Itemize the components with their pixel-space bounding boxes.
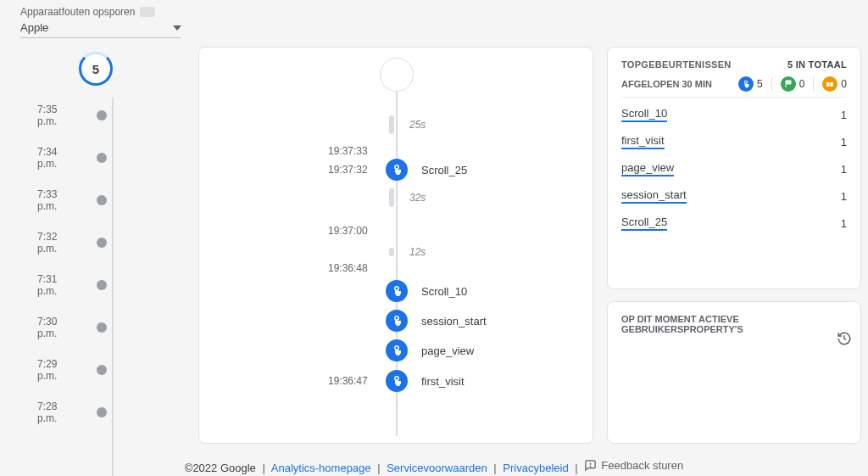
minute-dot-icon xyxy=(97,110,107,120)
touch-event-icon xyxy=(386,310,408,332)
user-properties-card: OP DIT MOMENT ACTIEVE GEBRUIKERSPROPERTY… xyxy=(607,301,861,444)
user-properties-title: OP DIT MOMENT ACTIEVE GEBRUIKERSPROPERTY… xyxy=(621,314,847,334)
touch-count: 5 xyxy=(757,78,763,90)
minute-label: 7:35 p.m. xyxy=(7,104,80,127)
minute-dot-icon xyxy=(97,407,107,417)
event-name: Scroll_25 xyxy=(421,164,467,176)
gap-row: 32s xyxy=(199,185,593,210)
event-time: 19:36:48 xyxy=(328,262,368,274)
active-users-bubble[interactable]: 5 xyxy=(79,52,113,86)
touch-event-icon xyxy=(386,159,408,181)
touch-icon xyxy=(738,76,754,92)
top-events-total: 5 IN TOTAAL xyxy=(787,59,847,70)
event-row[interactable]: page_view xyxy=(199,338,593,363)
top-event-item[interactable]: Scroll_251 xyxy=(621,210,847,237)
gift-icon xyxy=(822,76,837,92)
stream-head-circle xyxy=(380,58,414,92)
minute-row[interactable]: 7:32 p.m. xyxy=(7,221,185,264)
top-event-name: Scroll_10 xyxy=(621,107,667,122)
event-name: page_view xyxy=(421,344,474,357)
top-event-item[interactable]: session_start1 xyxy=(621,182,847,210)
footer-link-analytics[interactable]: Analytics-homepage xyxy=(271,462,371,474)
top-event-item[interactable]: Scroll_101 xyxy=(621,101,847,128)
copyright: ©2022 Google xyxy=(185,462,256,474)
feedback-link[interactable]: Feedback sturen xyxy=(584,459,683,472)
minute-label: 7:29 p.m. xyxy=(7,358,80,382)
history-icon[interactable] xyxy=(837,331,852,349)
gap-label: 32s xyxy=(409,192,426,204)
event-time: 19:37:00 xyxy=(328,225,368,237)
minute-label: 7:30 p.m. xyxy=(7,316,80,339)
minute-label: 7:33 p.m. xyxy=(7,188,80,212)
top-event-count: 1 xyxy=(841,217,847,230)
event-stream-card: 25s19:37:3319:37:32Scroll_2532s19:37:001… xyxy=(198,47,593,444)
minute-dot-icon xyxy=(97,365,107,375)
minute-dot-icon xyxy=(97,280,107,290)
footer-link-terms[interactable]: Servicevoorwaarden xyxy=(387,462,487,474)
top-event-name: Scroll_25 xyxy=(621,216,667,231)
svg-point-4 xyxy=(591,466,592,467)
footer-link-privacy[interactable]: Privacybeleid xyxy=(503,462,568,474)
top-event-count: 1 xyxy=(841,136,847,148)
touch-event-icon xyxy=(386,280,408,302)
top-event-name: page_view xyxy=(621,161,674,176)
minute-label: 7:28 p.m. xyxy=(7,400,80,424)
minute-row[interactable]: 7:30 p.m. xyxy=(7,306,185,349)
gap-label: 25s xyxy=(409,119,426,131)
top-event-item[interactable]: page_view1 xyxy=(621,155,847,182)
minute-row[interactable]: 7:34 p.m. xyxy=(7,137,185,179)
info-badge-icon xyxy=(140,7,155,17)
gift-count: 0 xyxy=(841,78,847,90)
gap-pill-icon xyxy=(389,115,394,134)
event-row[interactable]: 19:37:32Scroll_25 xyxy=(199,157,593,182)
touch-event-icon xyxy=(386,339,408,361)
event-row[interactable]: 19:36:47first_visit xyxy=(199,368,593,394)
minute-dot-icon xyxy=(97,153,107,163)
top-event-name: session_start xyxy=(621,188,687,204)
minute-dot-icon xyxy=(97,195,107,205)
flag-count: 0 xyxy=(799,78,805,90)
minute-label: 7:31 p.m. xyxy=(7,273,80,297)
touch-event-icon xyxy=(386,370,408,392)
minute-row[interactable]: 7:28 p.m. xyxy=(7,391,185,434)
event-name: Scroll_10 xyxy=(421,285,467,298)
device-select[interactable]: Apple xyxy=(20,21,181,38)
event-time: 19:37:33 xyxy=(328,145,368,157)
top-event-count: 1 xyxy=(841,190,847,203)
minute-row[interactable]: 7:31 p.m. xyxy=(7,264,185,306)
active-users-count: 5 xyxy=(92,62,99,76)
gap-row: 25s xyxy=(199,112,593,137)
time-row: 19:36:48 xyxy=(199,255,593,281)
top-event-item[interactable]: first_visit1 xyxy=(621,128,847,155)
chevron-down-icon xyxy=(173,25,181,31)
minute-row[interactable]: 7:29 p.m. xyxy=(7,349,185,391)
event-type-counts: 5 0 0 xyxy=(738,76,847,92)
gap-pill-icon xyxy=(389,188,394,207)
footer: ©2022 Google | Analytics-homepage | Serv… xyxy=(0,459,868,474)
event-row[interactable]: session_start xyxy=(199,308,593,333)
minute-label: 7:34 p.m. xyxy=(7,146,80,170)
minute-label: 7:32 p.m. xyxy=(7,231,80,255)
event-time: 19:37:32 xyxy=(328,164,368,176)
minute-row[interactable]: 7:35 p.m. xyxy=(7,94,185,137)
flag-icon xyxy=(781,76,796,92)
event-name: session_start xyxy=(421,315,487,328)
top-event-count: 1 xyxy=(841,109,847,121)
minute-row[interactable]: 7:33 p.m. xyxy=(7,179,185,221)
minute-dot-icon xyxy=(97,238,107,248)
top-event-name: first_visit xyxy=(621,134,665,149)
top-events-subtitle: AFGELOPEN 30 MIN xyxy=(621,79,712,89)
top-event-count: 1 xyxy=(841,163,847,176)
event-name: first_visit xyxy=(421,375,465,388)
device-select-value: Apple xyxy=(20,21,48,34)
event-time: 19:36:47 xyxy=(328,375,368,387)
minute-dot-icon xyxy=(97,322,107,333)
top-events-card: TOPGEBEURTENISSEN 5 IN TOTAAL AFGELOPEN … xyxy=(607,47,861,289)
minute-timeline: 5 7:35 p.m.7:34 p.m.7:33 p.m.7:32 p.m.7:… xyxy=(7,47,185,444)
event-row[interactable]: Scroll_10 xyxy=(199,278,593,304)
top-events-title: TOPGEBEURTENISSEN xyxy=(621,59,732,70)
debug-devices-label: Apparaatfouten opsporen xyxy=(20,6,155,18)
